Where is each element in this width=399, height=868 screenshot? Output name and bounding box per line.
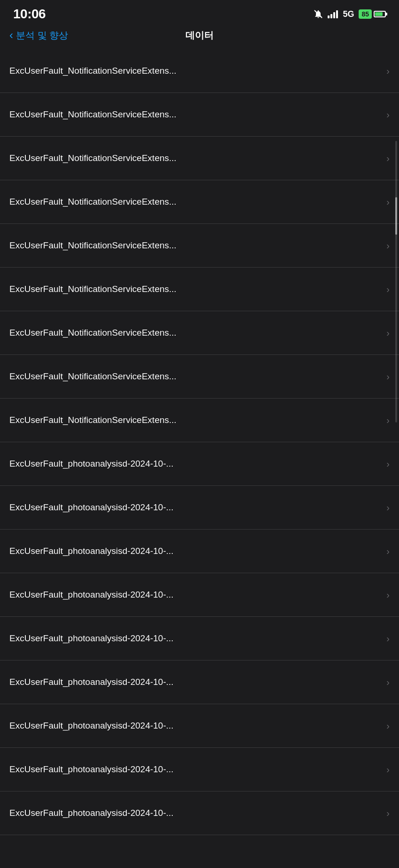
- back-label: 분석 및 향상: [16, 29, 68, 42]
- chevron-right-icon: ›: [386, 721, 390, 731]
- list-item[interactable]: ExcUserFault_NotificationServiceExtens..…: [0, 180, 399, 224]
- back-chevron-icon: ‹: [9, 29, 13, 42]
- chevron-right-icon: ›: [386, 502, 390, 513]
- network-type: 5G: [343, 9, 354, 19]
- chevron-right-icon: ›: [386, 197, 390, 207]
- list-item-text: ExcUserFault_NotificationServiceExtens..…: [9, 328, 386, 338]
- list-item-text: ExcUserFault_NotificationServiceExtens..…: [9, 284, 386, 294]
- chevron-right-icon: ›: [386, 153, 390, 164]
- chevron-right-icon: ›: [386, 109, 390, 120]
- chevron-right-icon: ›: [386, 590, 390, 600]
- chevron-right-icon: ›: [386, 808, 390, 819]
- status-time: 10:06: [13, 7, 46, 22]
- list-item-text: ExcUserFault_NotificationServiceExtens..…: [9, 415, 386, 425]
- list-item-text: ExcUserFault_NotificationServiceExtens..…: [9, 109, 386, 120]
- list-item[interactable]: ExcUserFault_NotificationServiceExtens..…: [0, 93, 399, 137]
- list-item[interactable]: ExcUserFault_NotificationServiceExtens..…: [0, 311, 399, 355]
- scroll-thumb[interactable]: [395, 197, 397, 235]
- list-item-text: ExcUserFault_NotificationServiceExtens..…: [9, 66, 386, 76]
- list-item-text: ExcUserFault_photoanalysisd-2024-10-...: [9, 677, 386, 687]
- data-list: ExcUserFault_NotificationServiceExtens..…: [0, 49, 399, 835]
- nav-header: ‹ 분석 및 향상 데이터: [0, 25, 399, 49]
- battery-level: 85: [359, 9, 372, 19]
- chevron-right-icon: ›: [386, 546, 390, 557]
- battery-icon: [374, 11, 386, 17]
- chevron-right-icon: ›: [386, 415, 390, 426]
- list-item-text: ExcUserFault_photoanalysisd-2024-10-...: [9, 546, 386, 556]
- list-item-text: ExcUserFault_photoanalysisd-2024-10-...: [9, 459, 386, 469]
- list-item[interactable]: ExcUserFault_NotificationServiceExtens..…: [0, 49, 399, 93]
- list-item[interactable]: ExcUserFault_NotificationServiceExtens..…: [0, 224, 399, 268]
- list-item-text: ExcUserFault_photoanalysisd-2024-10-...: [9, 590, 386, 600]
- chevron-right-icon: ›: [386, 633, 390, 644]
- list-item[interactable]: ExcUserFault_photoanalysisd-2024-10-... …: [0, 791, 399, 835]
- list-item-text: ExcUserFault_photoanalysisd-2024-10-...: [9, 502, 386, 513]
- status-icons: 5G 85: [314, 9, 386, 19]
- list-item[interactable]: ExcUserFault_photoanalysisd-2024-10-... …: [0, 617, 399, 661]
- list-item[interactable]: ExcUserFault_photoanalysisd-2024-10-... …: [0, 486, 399, 530]
- signal-strength-icon: [328, 10, 338, 18]
- list-item-text: ExcUserFault_photoanalysisd-2024-10-...: [9, 808, 386, 818]
- chevron-right-icon: ›: [386, 459, 390, 469]
- back-button[interactable]: ‹ 분석 및 향상: [9, 29, 68, 42]
- scroll-track: [395, 141, 397, 422]
- list-item[interactable]: ExcUserFault_photoanalysisd-2024-10-... …: [0, 573, 399, 617]
- list-item-text: ExcUserFault_NotificationServiceExtens..…: [9, 240, 386, 251]
- list-item[interactable]: ExcUserFault_photoanalysisd-2024-10-... …: [0, 748, 399, 791]
- list-item-text: ExcUserFault_photoanalysisd-2024-10-...: [9, 764, 386, 775]
- chevron-right-icon: ›: [386, 66, 390, 77]
- chevron-right-icon: ›: [386, 240, 390, 251]
- list-item[interactable]: ExcUserFault_photoanalysisd-2024-10-... …: [0, 704, 399, 748]
- list-item[interactable]: ExcUserFault_NotificationServiceExtens..…: [0, 355, 399, 399]
- chevron-right-icon: ›: [386, 764, 390, 775]
- chevron-right-icon: ›: [386, 677, 390, 688]
- list-item-text: ExcUserFault_NotificationServiceExtens..…: [9, 371, 386, 382]
- list-item[interactable]: ExcUserFault_NotificationServiceExtens..…: [0, 399, 399, 442]
- list-item[interactable]: ExcUserFault_NotificationServiceExtens..…: [0, 137, 399, 180]
- battery-indicator: 85: [359, 9, 386, 19]
- status-bar: 10:06 5G 85: [0, 0, 399, 25]
- list-item[interactable]: ExcUserFault_photoanalysisd-2024-10-... …: [0, 661, 399, 704]
- chevron-right-icon: ›: [386, 371, 390, 382]
- bell-mute-icon: [314, 9, 323, 19]
- chevron-right-icon: ›: [386, 328, 390, 338]
- list-item-text: ExcUserFault_photoanalysisd-2024-10-...: [9, 721, 386, 731]
- list-item[interactable]: ExcUserFault_photoanalysisd-2024-10-... …: [0, 442, 399, 486]
- list-item-text: ExcUserFault_NotificationServiceExtens..…: [9, 153, 386, 163]
- list-item[interactable]: ExcUserFault_NotificationServiceExtens..…: [0, 268, 399, 311]
- list-item[interactable]: ExcUserFault_photoanalysisd-2024-10-... …: [0, 530, 399, 573]
- list-item-text: ExcUserFault_photoanalysisd-2024-10-...: [9, 633, 386, 644]
- page-title: 데이터: [185, 29, 214, 42]
- chevron-right-icon: ›: [386, 284, 390, 295]
- list-item-text: ExcUserFault_NotificationServiceExtens..…: [9, 197, 386, 207]
